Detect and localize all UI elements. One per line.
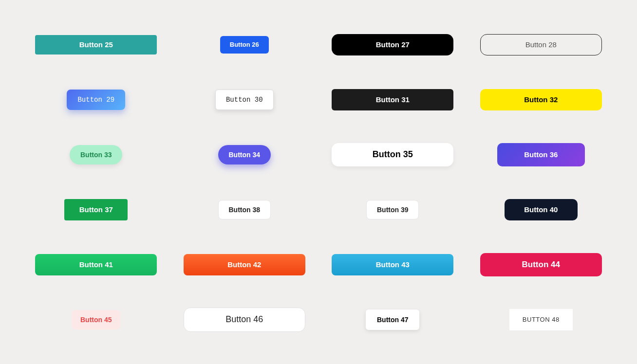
button-44[interactable]: Button 44 bbox=[480, 253, 602, 276]
button-40[interactable]: Button 40 bbox=[505, 199, 578, 220]
button-31[interactable]: Button 31 bbox=[332, 89, 453, 110]
button-34[interactable]: Button 34 bbox=[218, 145, 271, 164]
button-48[interactable]: BUTTON 48 bbox=[509, 309, 573, 330]
button-38[interactable]: Button 38 bbox=[218, 200, 271, 219]
button-25[interactable]: Button 25 bbox=[35, 35, 157, 55]
button-46[interactable]: Button 46 bbox=[184, 308, 305, 332]
button-35[interactable]: Button 35 bbox=[332, 143, 453, 166]
button-28[interactable]: Button 28 bbox=[480, 34, 602, 55]
button-41[interactable]: Button 41 bbox=[35, 254, 157, 275]
button-33[interactable]: Button 33 bbox=[70, 145, 122, 164]
button-32[interactable]: Button 32 bbox=[480, 89, 602, 110]
button-39[interactable]: Button 39 bbox=[366, 200, 419, 219]
button-45[interactable]: Button 45 bbox=[72, 310, 120, 329]
button-36[interactable]: Button 36 bbox=[497, 143, 585, 166]
button-showcase-grid: Button 25 Button 26 Button 27 Button 28 … bbox=[29, 24, 608, 340]
button-29[interactable]: Button 29 bbox=[67, 90, 125, 110]
button-27[interactable]: Button 27 bbox=[332, 34, 453, 55]
button-37[interactable]: Button 37 bbox=[64, 199, 128, 220]
button-26[interactable]: Button 26 bbox=[220, 36, 269, 54]
button-30[interactable]: Button 30 bbox=[215, 90, 274, 110]
button-42[interactable]: Button 42 bbox=[184, 254, 305, 275]
button-43[interactable]: Button 43 bbox=[332, 254, 453, 275]
button-47[interactable]: Button 47 bbox=[366, 309, 419, 330]
